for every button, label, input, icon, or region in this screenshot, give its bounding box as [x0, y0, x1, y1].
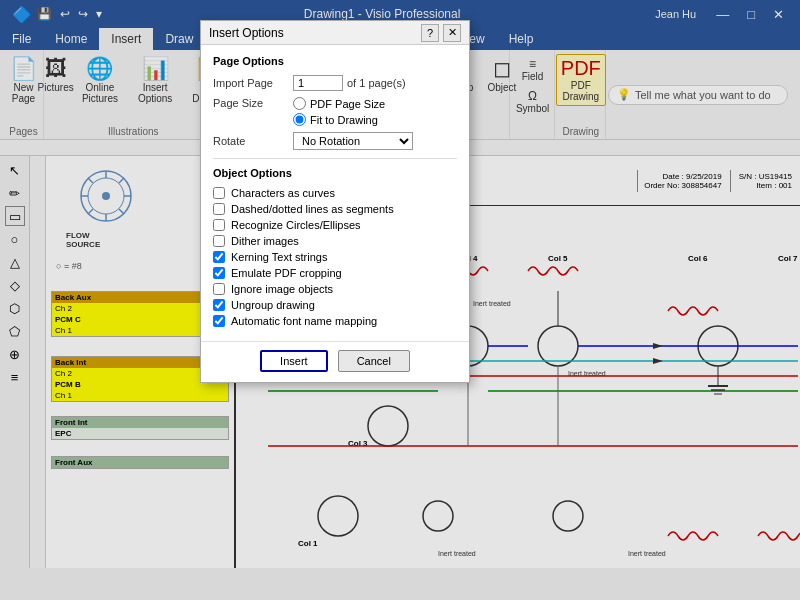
cb-emulate-pdf[interactable]: Emulate PDF cropping [213, 267, 457, 279]
object-options-title: Object Options [213, 167, 457, 179]
cb-ignore-images-input[interactable] [213, 283, 225, 295]
pdf-page-size-option[interactable]: PDF Page Size [293, 97, 385, 110]
cb-dither-images-label: Dither images [231, 235, 299, 247]
page-size-row: Page Size PDF Page Size Fit to Drawing [213, 97, 457, 126]
import-page-row: Import Page of 1 page(s) [213, 75, 457, 91]
cb-characters-curves-input[interactable] [213, 187, 225, 199]
dialog-close-button[interactable]: ✕ [443, 24, 461, 42]
cb-dither-images-input[interactable] [213, 235, 225, 247]
rotate-label: Rotate [213, 135, 293, 147]
cb-ungroup-input[interactable] [213, 299, 225, 311]
dialog-footer: Insert Cancel [201, 341, 469, 382]
dialog-help-button[interactable]: ? [421, 24, 439, 42]
cb-dashed-lines-label: Dashed/dotted lines as segments [231, 203, 394, 215]
dialog-title: Insert Options [209, 26, 284, 40]
cb-dashed-lines[interactable]: Dashed/dotted lines as segments [213, 203, 457, 215]
cb-dashed-lines-input[interactable] [213, 203, 225, 215]
cb-font-mapping[interactable]: Automatic font name mapping [213, 315, 457, 327]
fit-to-drawing-radio[interactable] [293, 113, 306, 126]
rotate-row: Rotate No Rotation Rotate 90° Rotate 180… [213, 132, 457, 150]
cb-font-mapping-input[interactable] [213, 315, 225, 327]
cb-ungroup[interactable]: Ungroup drawing [213, 299, 457, 311]
cb-ignore-images[interactable]: Ignore image objects [213, 283, 457, 295]
dialog-titlebar: Insert Options ? ✕ [201, 21, 469, 45]
import-page-input[interactable] [293, 75, 343, 91]
pdf-page-size-label: PDF Page Size [310, 98, 385, 110]
cb-emulate-pdf-label: Emulate PDF cropping [231, 267, 342, 279]
import-page-label: Import Page [213, 77, 293, 89]
section-divider [213, 158, 457, 159]
cb-dither-images[interactable]: Dither images [213, 235, 457, 247]
fit-to-drawing-label: Fit to Drawing [310, 114, 378, 126]
page-options-title: Page Options [213, 55, 457, 67]
cancel-button[interactable]: Cancel [338, 350, 410, 372]
page-size-radio-group: PDF Page Size Fit to Drawing [293, 97, 385, 126]
fit-to-drawing-option[interactable]: Fit to Drawing [293, 113, 385, 126]
cb-kerning-text-input[interactable] [213, 251, 225, 263]
checkboxes-container: Characters as curves Dashed/dotted lines… [213, 187, 457, 327]
dialog-body: Page Options Import Page of 1 page(s) Pa… [201, 45, 469, 341]
rotate-select[interactable]: No Rotation Rotate 90° Rotate 180° Rotat… [293, 132, 413, 150]
cb-kerning-text[interactable]: Kerning Text strings [213, 251, 457, 263]
cb-characters-curves-label: Characters as curves [231, 187, 335, 199]
cb-recognize-circles-label: Recognize Circles/Ellipses [231, 219, 361, 231]
cb-kerning-text-label: Kerning Text strings [231, 251, 327, 263]
dialog-titlebar-right: ? ✕ [421, 24, 461, 42]
cb-recognize-circles-input[interactable] [213, 219, 225, 231]
of-pages-text: of 1 page(s) [347, 77, 406, 89]
insert-options-dialog: Insert Options ? ✕ Page Options Import P… [200, 20, 470, 383]
page-size-label: Page Size [213, 97, 293, 109]
cb-ignore-images-label: Ignore image objects [231, 283, 333, 295]
insert-button[interactable]: Insert [260, 350, 328, 372]
cb-ungroup-label: Ungroup drawing [231, 299, 315, 311]
cb-characters-curves[interactable]: Characters as curves [213, 187, 457, 199]
cb-recognize-circles[interactable]: Recognize Circles/Ellipses [213, 219, 457, 231]
cb-font-mapping-label: Automatic font name mapping [231, 315, 377, 327]
cb-emulate-pdf-input[interactable] [213, 267, 225, 279]
pdf-page-size-radio[interactable] [293, 97, 306, 110]
